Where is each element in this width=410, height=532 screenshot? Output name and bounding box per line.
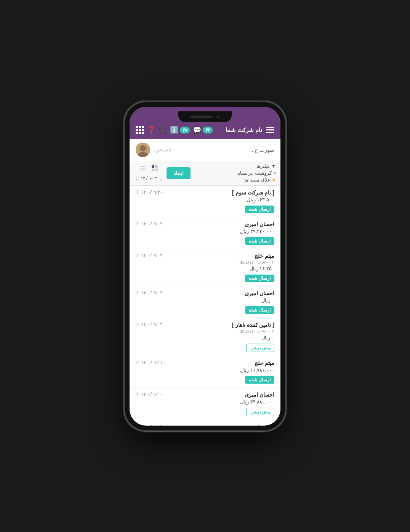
invoice-amount: ۱۶۳,۵۰۰ ریال (136, 197, 274, 203)
clock-icon: ⏱ (136, 291, 140, 295)
list-item[interactable]: احسان امیری ۱۴۰۰/۰۷/۰۴ ⏱ ۳۹,۲۴۰,۰۰۰ ریال… (130, 217, 280, 249)
group-label: گروهبندی بر مبنای (237, 170, 272, 176)
chat-count: ۳۴ (203, 127, 213, 133)
clock-icon: ⏱ (136, 424, 140, 426)
invoice-name: میثم خلج (255, 424, 274, 426)
list-item[interactable]: احسان امیری ۱۴۰۰/۰۶/۱۰ ⏱ ۳۴,۸۸۰,۰۰۰ ریال… (130, 388, 280, 420)
invoice-bill-ref: BILL/۱۴۰۰/۰۷/۰۰۰۲ (136, 329, 274, 334)
list-item[interactable]: میثم خلج ۱۴۰۰/۰۷/۰۳ ⏱ BILL/۱۴۰۰/۰۶/۰۰۰۲ … (130, 420, 280, 426)
create-button[interactable]: ایجاد (167, 167, 191, 179)
phone-frame: نام شرکت شما ۳۴ 💬 ۴۸ ℹ️ 📞 ❓ (125, 102, 285, 430)
invoice-top-row: میثم خلج ۱۴۰۰/۰۷/۰۳ ⏱ (136, 424, 274, 426)
invoice-amount: ۳۹,۲۴۰,۰۰۰ ریال (136, 228, 274, 234)
favorites-item[interactable]: ★ علاقه مندی ها (237, 177, 276, 183)
svg-rect-8 (140, 168, 146, 169)
clock-icon: ⏱ (136, 392, 140, 397)
chat-icon: 💬 (193, 126, 201, 134)
list-item[interactable]: [ نام شرکت سوم ] ۱۴۰۰/۰۷/۲۰ ⏱ ۱۶۳,۵۰۰ ری… (130, 186, 280, 217)
search-bar: صورت ح... جستجو... (130, 139, 280, 161)
menu-button[interactable] (266, 127, 274, 133)
front-camera (216, 115, 220, 119)
phone-screen: نام شرکت شما ۳۴ 💬 ۴۸ ℹ️ 📞 ❓ (130, 107, 280, 426)
clock-icon: ⏱ (136, 322, 140, 327)
invoice-top-row: احسان امیری ۱۴۰۰/۰۶/۱۰ ⏱ (136, 392, 274, 398)
star-icon: ★ (272, 177, 276, 183)
notif-count: ۴۸ (180, 127, 190, 133)
list-item[interactable]: احسان امیری ۱۴۰۰/۰۷/۰۳ ⏱ ۰ ریال ارسال شد… (130, 286, 280, 318)
toolbar-right: ایجاد (134, 164, 191, 183)
invoice-name: احسان امیری (245, 392, 274, 398)
invoice-amount: ۱۶,۷۸۶,۰۰۰ ریال (136, 367, 274, 373)
filter-label: فیلترها (256, 164, 270, 169)
invoice-amount: ۰ ریال (136, 297, 274, 303)
filter-icon: ▼ (271, 164, 276, 169)
invoice-date: ۱۴۰۰/۰۷/۰۳ ⏱ (136, 424, 162, 426)
invoice-list: [ نام شرکت سوم ] ۱۴۰۰/۰۷/۲۰ ⏱ ۱۶۳,۵۰۰ ری… (130, 186, 280, 426)
company-title: نام شرکت شما (226, 127, 262, 133)
filter-item[interactable]: ▼ فیلترها (237, 164, 276, 169)
group-icon: ≡ (273, 170, 276, 176)
invoice-amount: ۳۴,۸۸۰,۰۰۰ ریال (136, 399, 274, 405)
list-item[interactable]: [ تامین کننده ناهار ] ۱۴۰۰/۰۷/۰۳ ⏱ BILL/… (130, 318, 280, 356)
invoice-top-row: میثم خلج ۱۴۰۰/۰۶/۱۱ ⏱ (136, 360, 274, 366)
header-actions: ۳۴ 💬 ۴۸ ℹ️ 📞 ❓ (136, 126, 213, 134)
avatar[interactable] (136, 143, 150, 157)
svg-point-1 (140, 145, 146, 151)
invoice-name: احسان امیری (245, 290, 274, 296)
invoice-top-row: [ تامین کننده ناهار ] ۱۴۰۰/۰۷/۰۳ ⏱ (136, 322, 274, 328)
status-badge: ارسال شده (245, 376, 274, 384)
svg-rect-7 (140, 166, 146, 167)
status-badge: ارسال شده (245, 237, 274, 245)
svg-rect-3 (152, 165, 154, 168)
invoice-top-row: احسان امیری ۱۴۰۰/۰۷/۰۴ ⏱ (136, 221, 274, 227)
view-toggle (139, 164, 159, 174)
info-icon: ℹ️ (170, 126, 178, 134)
search-label: صورت ح... (250, 147, 274, 153)
next-page-button[interactable]: › (134, 175, 139, 183)
status-badge: ارسال شده (245, 206, 274, 213)
invoice-top-row: میثم خلج ۱۴۰۰/۰۷/۰۳ ⏱ (136, 253, 274, 259)
search-area[interactable]: جستجو... (136, 143, 171, 157)
chat-badge[interactable]: ۳۴ 💬 (193, 126, 213, 134)
list-item[interactable]: میثم خلج ۱۴۰۰/۰۶/۱۱ ⏱ ۱۶,۷۸۶,۰۰۰ ریال ار… (130, 356, 280, 388)
clock-icon: ⏱ (136, 190, 140, 194)
favorites-label: علاقه مندی ها (244, 177, 270, 183)
invoice-amount: ۱۶,۳۵۰ ریال (136, 266, 274, 272)
invoice-date: ۱۴۰۰/۰۷/۰۳ ⏱ (136, 253, 162, 258)
search-placeholder: جستجو... (152, 147, 171, 153)
group-item[interactable]: ≡ گروهبندی بر مبنای (237, 170, 276, 176)
notch (178, 111, 232, 122)
svg-rect-6 (155, 169, 158, 171)
clock-icon: ⏱ (136, 360, 140, 365)
invoice-top-row: [ نام شرکت سوم ] ۱۴۰۰/۰۷/۲۰ ⏱ (136, 190, 274, 196)
notif-badge[interactable]: ۴۸ ℹ️ (170, 126, 190, 134)
pagination-info: ۱-۱۲ / ۱۲ (141, 175, 157, 183)
clock-icon: ⏱ (136, 222, 140, 226)
invoice-name: میثم خلج (255, 360, 274, 366)
invoice-bill-ref: BILL/۱۴۰۰/۰۶/۰۰۰۲ (136, 260, 274, 265)
grid-view-button[interactable] (150, 164, 159, 174)
invoice-date: ۱۴۰۰/۰۶/۱۱ ⏱ (136, 360, 162, 365)
invoice-date: ۱۴۰۰/۰۷/۲۰ ⏱ (136, 190, 162, 195)
invoice-date: ۱۴۰۰/۰۷/۰۴ ⏱ (136, 221, 162, 227)
invoice-date: ۱۴۰۰/۰۶/۱۰ ⏱ (136, 392, 162, 397)
status-badge: ارسال شده (245, 275, 274, 282)
status-badge: پیش نویس (246, 344, 274, 352)
invoice-name: میثم خلج (255, 253, 274, 259)
apps-icon[interactable] (136, 126, 144, 134)
list-item[interactable]: میثم خلج ۱۴۰۰/۰۷/۰۳ ⏱ BILL/۱۴۰۰/۰۶/۰۰۰۲ … (130, 249, 280, 286)
clock-icon: ⏱ (136, 253, 140, 258)
phone-icon[interactable]: 📞 (159, 126, 167, 134)
invoice-name: [ نام شرکت سوم ] (232, 190, 274, 196)
svg-rect-5 (152, 169, 154, 171)
status-badge: پیش نویس (246, 408, 274, 416)
speaker (190, 116, 213, 118)
invoice-date: ۱۴۰۰/۰۷/۰۳ ⏱ (136, 290, 162, 296)
svg-rect-9 (140, 170, 146, 170)
toolbar-filters: ▼ فیلترها ≡ گروهبندی بر مبنای ★ علاقه من… (237, 164, 276, 183)
invoice-date: ۱۴۰۰/۰۷/۰۳ ⏱ (136, 322, 162, 327)
help-icon[interactable]: ❓ (147, 126, 155, 134)
prev-page-button[interactable]: ‹ (159, 175, 164, 183)
pagination-nav: ‹ ۱-۱۲ / ۱۲ › (134, 175, 163, 183)
list-view-button[interactable] (139, 164, 148, 174)
